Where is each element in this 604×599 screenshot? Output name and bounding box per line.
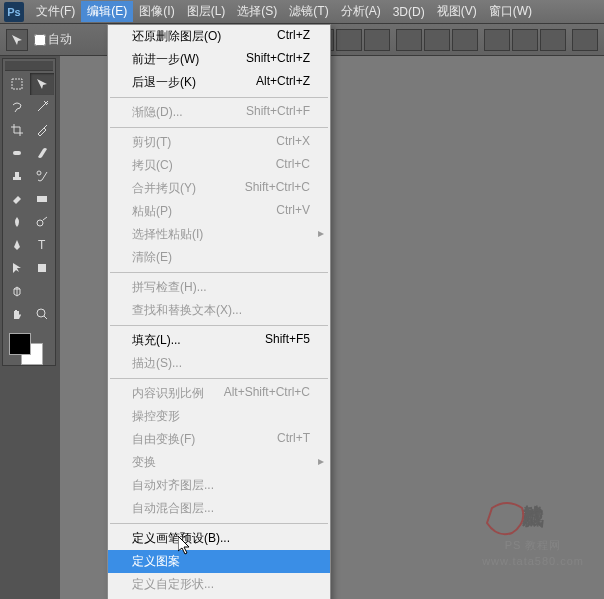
type-tool[interactable]: T — [30, 234, 54, 256]
zoom-tool[interactable] — [30, 303, 54, 325]
menu-item[interactable]: 填充(L)...Shift+F5 — [108, 329, 330, 352]
submenu-arrow-icon: ▸ — [318, 226, 324, 240]
menu-item-shortcut: Alt+Shift+Ctrl+C — [224, 385, 310, 402]
menu-item-shortcut: Shift+Ctrl+C — [245, 180, 310, 197]
menu-item[interactable]: 还原删除图层(O)Ctrl+Z — [108, 25, 330, 48]
menu-item-shortcut: Shift+Ctrl+Z — [246, 51, 310, 68]
blur-tool[interactable] — [5, 211, 29, 233]
menu-3d[interactable]: 3D(D) — [387, 3, 431, 21]
menu-item[interactable]: 前进一步(W)Shift+Ctrl+Z — [108, 48, 330, 71]
move-tool[interactable] — [30, 73, 54, 95]
menu-edit[interactable]: 编辑(E) — [81, 1, 133, 22]
tool-preset-picker[interactable] — [6, 29, 28, 51]
menu-item-label: 渐隐(D)... — [132, 104, 183, 121]
menu-item-label: 操控变形 — [132, 408, 180, 425]
toolbox-handle[interactable] — [5, 61, 53, 71]
distribute-group — [484, 29, 566, 51]
menu-item-label: 查找和替换文本(X)... — [132, 302, 242, 319]
svg-point-4 — [37, 220, 43, 226]
menu-item-label: 拷贝(C) — [132, 157, 173, 174]
crop-tool[interactable] — [5, 119, 29, 141]
3d-tool[interactable] — [5, 280, 29, 302]
menu-item: 拷贝(C)Ctrl+C — [108, 154, 330, 177]
menu-item[interactable]: 定义图案 — [108, 550, 330, 573]
svg-point-7 — [37, 309, 45, 317]
watermark: 她城我群故 PS 教程网 www.tata580.com — [482, 488, 584, 569]
menubar: Ps 文件(F) 编辑(E) 图像(I) 图层(L) 选择(S) 滤镜(T) 分… — [0, 0, 604, 24]
menu-item: 查找和替换文本(X)... — [108, 299, 330, 322]
menu-item-shortcut: Shift+Ctrl+F — [246, 104, 310, 121]
path-select-tool[interactable] — [5, 257, 29, 279]
menu-item-shortcut: Ctrl+V — [276, 203, 310, 220]
wand-tool[interactable] — [30, 96, 54, 118]
menu-analysis[interactable]: 分析(A) — [335, 1, 387, 22]
menu-separator — [110, 325, 328, 326]
healing-tool[interactable] — [5, 142, 29, 164]
history-brush-tool[interactable] — [30, 165, 54, 187]
menu-item: 拼写检查(H)... — [108, 276, 330, 299]
menu-select[interactable]: 选择(S) — [231, 1, 283, 22]
eraser-tool[interactable] — [5, 188, 29, 210]
eyedropper-tool[interactable] — [30, 119, 54, 141]
align-btn[interactable] — [364, 29, 390, 51]
menu-item-label: 描边(S)... — [132, 355, 182, 372]
menu-separator — [110, 523, 328, 524]
menu-separator — [110, 97, 328, 98]
dist-btn[interactable] — [484, 29, 510, 51]
menu-filter[interactable]: 滤镜(T) — [283, 1, 334, 22]
dodge-tool[interactable] — [30, 211, 54, 233]
menu-image[interactable]: 图像(I) — [133, 1, 180, 22]
shape-tool[interactable] — [30, 257, 54, 279]
pen-tool[interactable] — [5, 234, 29, 256]
ps-logo: Ps — [4, 2, 24, 22]
menu-item-label: 自动对齐图层... — [132, 477, 214, 494]
foreground-color[interactable] — [9, 333, 31, 355]
menu-view[interactable]: 视图(V) — [431, 1, 483, 22]
gradient-tool[interactable] — [30, 188, 54, 210]
dist-btn[interactable] — [512, 29, 538, 51]
menu-item-shortcut: Ctrl+Z — [277, 28, 310, 45]
align-group-2 — [396, 29, 478, 51]
lasso-tool[interactable] — [5, 96, 29, 118]
menu-item-label: 变换 — [132, 454, 156, 471]
watermark-seal-icon — [482, 498, 532, 538]
marquee-tool[interactable] — [5, 73, 29, 95]
menu-window[interactable]: 窗口(W) — [483, 1, 538, 22]
svg-rect-3 — [37, 196, 47, 202]
menu-item: 内容识别比例Alt+Shift+Ctrl+C — [108, 382, 330, 405]
toolbox: T — [2, 58, 56, 366]
submenu-arrow-icon: ▸ — [318, 454, 324, 468]
auto-select-input[interactable] — [34, 34, 46, 46]
menu-item: 合并拷贝(Y)Shift+Ctrl+C — [108, 177, 330, 200]
align-btn[interactable] — [452, 29, 478, 51]
align-btn[interactable] — [424, 29, 450, 51]
color-swatches — [5, 331, 53, 363]
menu-item: 操控变形 — [108, 405, 330, 428]
menu-item: 描边(S)... — [108, 352, 330, 375]
menu-item: 定义自定形状... — [108, 573, 330, 596]
menu-item[interactable]: 后退一步(K)Alt+Ctrl+Z — [108, 71, 330, 94]
menu-item-label: 还原删除图层(O) — [132, 28, 221, 45]
svg-rect-1 — [13, 151, 21, 155]
watermark-sub1: PS 教程网 — [482, 538, 584, 553]
auto-select-checkbox[interactable]: 自动 — [34, 31, 72, 48]
dist-btn[interactable] — [572, 29, 598, 51]
hand-tool[interactable] — [5, 303, 29, 325]
align-btn[interactable] — [396, 29, 422, 51]
stamp-tool[interactable] — [5, 165, 29, 187]
menu-item-label: 自由变换(F) — [132, 431, 195, 448]
menu-item[interactable]: 定义画笔预设(B)... — [108, 527, 330, 550]
menu-item-label: 定义自定形状... — [132, 576, 214, 593]
menu-item: 清除(E) — [108, 246, 330, 269]
menu-file[interactable]: 文件(F) — [30, 1, 81, 22]
menu-layer[interactable]: 图层(L) — [181, 1, 232, 22]
distribute-group-2 — [572, 29, 598, 51]
auto-select-label: 自动 — [48, 31, 72, 48]
dist-btn[interactable] — [540, 29, 566, 51]
menu-item-shortcut: Shift+F5 — [265, 332, 310, 349]
menu-item-label: 填充(L)... — [132, 332, 181, 349]
menu-item: 选择性粘贴(I)▸ — [108, 223, 330, 246]
align-btn[interactable] — [336, 29, 362, 51]
brush-tool[interactable] — [30, 142, 54, 164]
menu-item-label: 选择性粘贴(I) — [132, 226, 203, 243]
